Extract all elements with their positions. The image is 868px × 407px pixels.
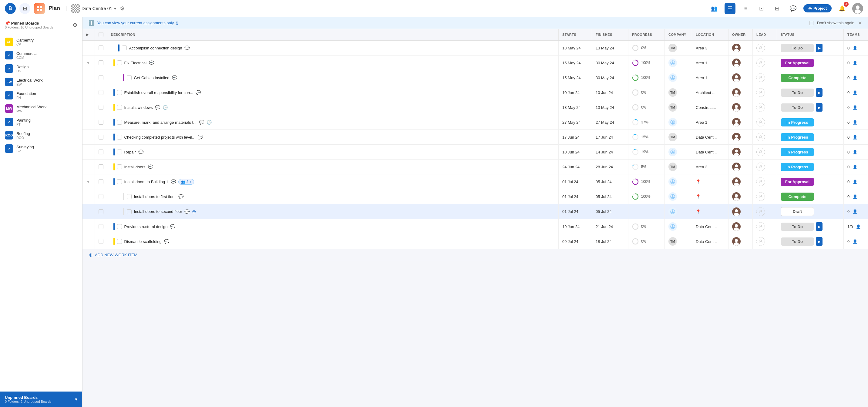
status-badge[interactable]: To Do <box>781 223 814 231</box>
lead-placeholder[interactable] <box>756 162 765 171</box>
sidebar-item-design[interactable]: ✓ Design DS <box>0 62 82 75</box>
row-checkbox-cell[interactable] <box>95 189 107 204</box>
row-checkbox[interactable] <box>99 105 103 110</box>
status-badge[interactable]: To Do <box>781 238 814 246</box>
comment-icon[interactable]: 💬 <box>164 239 169 244</box>
item-checkbox[interactable] <box>117 60 122 65</box>
settings-icon[interactable]: ⚙ <box>120 5 125 12</box>
lead-placeholder[interactable] <box>756 208 765 216</box>
lead-placeholder[interactable] <box>756 237 765 246</box>
dont-show-checkbox[interactable] <box>809 21 813 25</box>
filter-icon[interactable]: ⊟ <box>772 3 783 14</box>
unpinned-boards-section[interactable]: Unpinned Boards 0 Folders, 2 Ungrouped B… <box>0 392 82 407</box>
lead-placeholder[interactable] <box>756 103 765 112</box>
row-checkbox[interactable] <box>99 164 103 169</box>
comment-icon[interactable]: 💬 <box>148 164 153 169</box>
row-checkbox[interactable] <box>99 75 103 80</box>
status-badge[interactable]: In Progress <box>781 118 814 126</box>
comment-icon[interactable]: 💬 <box>170 224 175 229</box>
sidebar-item-electrical[interactable]: EW Electrical Work EW <box>0 75 82 89</box>
status-badge[interactable]: To Do <box>781 89 814 97</box>
item-checkbox[interactable] <box>117 120 122 125</box>
user-avatar[interactable] <box>852 3 863 14</box>
status-arrow-icon[interactable]: ▶ <box>816 44 823 52</box>
info-bar-close-icon[interactable]: ✕ <box>858 20 862 26</box>
lead-placeholder[interactable] <box>756 44 765 52</box>
status-arrow-icon[interactable]: ▶ <box>816 103 823 112</box>
row-checkbox-cell[interactable] <box>95 100 107 115</box>
item-checkbox[interactable] <box>117 224 122 229</box>
item-checkbox[interactable] <box>127 75 132 80</box>
status-arrow-icon[interactable]: ▶ <box>816 88 823 97</box>
row-checkbox[interactable] <box>99 60 103 65</box>
status-badge[interactable]: In Progress <box>781 163 814 171</box>
notifications-icon[interactable]: 🔔 4 <box>836 3 847 14</box>
comment-icon[interactable]: 💬 <box>198 135 203 139</box>
comment-icon[interactable]: 💬 <box>138 150 144 154</box>
row-checkbox-cell[interactable] <box>95 56 107 70</box>
item-checkbox[interactable] <box>127 194 132 199</box>
row-checkbox-cell[interactable] <box>95 130 107 145</box>
item-checkbox[interactable] <box>117 179 122 184</box>
status-arrow-icon[interactable]: ▶ <box>816 222 823 231</box>
status-badge[interactable]: To Do <box>781 44 814 52</box>
add-work-item-button[interactable]: ⊕ ADD NEW WORK ITEM <box>83 249 868 261</box>
app-logo[interactable]: B <box>5 3 16 14</box>
row-checkbox-cell[interactable] <box>95 204 107 219</box>
project-button[interactable]: ◎ Project <box>803 4 832 12</box>
comment-icon[interactable]: 💬 <box>199 120 204 125</box>
row-checkbox[interactable] <box>99 179 103 184</box>
lead-placeholder[interactable] <box>756 148 765 156</box>
row-checkbox-cell[interactable] <box>95 85 107 100</box>
row-checkbox-cell[interactable] <box>95 70 107 85</box>
row-checkbox-cell[interactable] <box>95 115 107 130</box>
add-board-icon[interactable]: ⊕ <box>73 22 78 28</box>
item-checkbox[interactable] <box>127 209 132 214</box>
status-badge[interactable]: Draft <box>781 207 814 216</box>
row-expand-cell[interactable]: ▼ <box>83 175 95 189</box>
expand-icon[interactable]: ▼ <box>86 60 90 65</box>
item-checkbox[interactable] <box>117 239 122 244</box>
tag-badge[interactable]: 👥2+ <box>178 179 194 185</box>
comment-icon[interactable]: 💬 <box>184 45 190 50</box>
row-checkbox[interactable] <box>99 150 103 154</box>
chat-icon[interactable]: 💬 <box>787 3 799 14</box>
sidebar-item-foundation[interactable]: ✓ Foundation FN <box>0 89 82 102</box>
item-checkbox[interactable] <box>117 105 122 110</box>
row-checkbox[interactable] <box>99 45 103 50</box>
grid-icon[interactable]: ⊞ <box>20 3 30 14</box>
status-badge[interactable]: For Approval <box>781 178 814 186</box>
comment-icon[interactable]: 💬 <box>172 75 177 80</box>
row-checkbox-cell[interactable] <box>95 40 107 56</box>
person-group-icon[interactable]: 👥 <box>709 3 720 14</box>
status-badge[interactable]: For Approval <box>781 59 814 67</box>
row-checkbox-cell[interactable] <box>95 234 107 249</box>
row-checkbox-cell[interactable] <box>95 145 107 159</box>
row-checkbox[interactable] <box>99 135 103 139</box>
info-more-icon[interactable]: ℹ <box>176 21 178 26</box>
lead-placeholder[interactable] <box>756 178 765 186</box>
comment-icon[interactable]: 💬 <box>171 179 176 184</box>
lead-placeholder[interactable] <box>756 88 765 97</box>
sidebar-item-mechanical[interactable]: MW Mechanical Work MW <box>0 102 82 115</box>
row-checkbox[interactable] <box>99 194 103 199</box>
row-checkbox[interactable] <box>99 120 103 125</box>
gantt-icon[interactable]: ≡ <box>740 3 751 14</box>
row-checkbox-cell[interactable] <box>95 159 107 175</box>
row-checkbox[interactable] <box>99 239 103 244</box>
add-child-icon[interactable]: ⊕ <box>192 209 196 214</box>
expand-icon[interactable]: ▼ <box>86 179 90 184</box>
sidebar-item-painting[interactable]: ✓ Painting PT <box>0 115 82 129</box>
sidebar-item-roofing[interactable]: ROO Roofing ROO <box>0 129 82 142</box>
sidebar-item-carpentry[interactable]: CP Carpentry CP <box>0 35 82 49</box>
comment-icon[interactable]: 💬 <box>178 194 184 199</box>
row-checkbox[interactable] <box>99 90 103 95</box>
lead-placeholder[interactable] <box>756 59 765 67</box>
sidebar-item-surveying[interactable]: ✓ Surveying SV <box>0 142 82 155</box>
item-checkbox[interactable] <box>117 90 122 95</box>
row-checkbox[interactable] <box>99 209 103 214</box>
item-checkbox[interactable] <box>117 164 122 169</box>
status-badge[interactable]: Complete <box>781 74 814 82</box>
sidebar-item-commercial[interactable]: ✓ Commercial COM <box>0 49 82 62</box>
item-checkbox[interactable] <box>117 150 122 154</box>
